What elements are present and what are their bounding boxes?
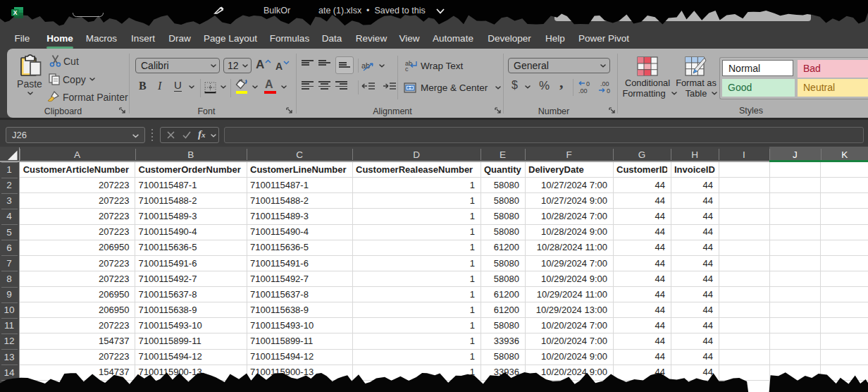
svg-text:.00: .00 xyxy=(600,80,609,87)
svg-text:c: c xyxy=(405,66,409,72)
svg-text:X: X xyxy=(13,9,18,16)
svg-text:0: 0 xyxy=(586,80,590,87)
svg-text:.00: .00 xyxy=(578,87,588,94)
